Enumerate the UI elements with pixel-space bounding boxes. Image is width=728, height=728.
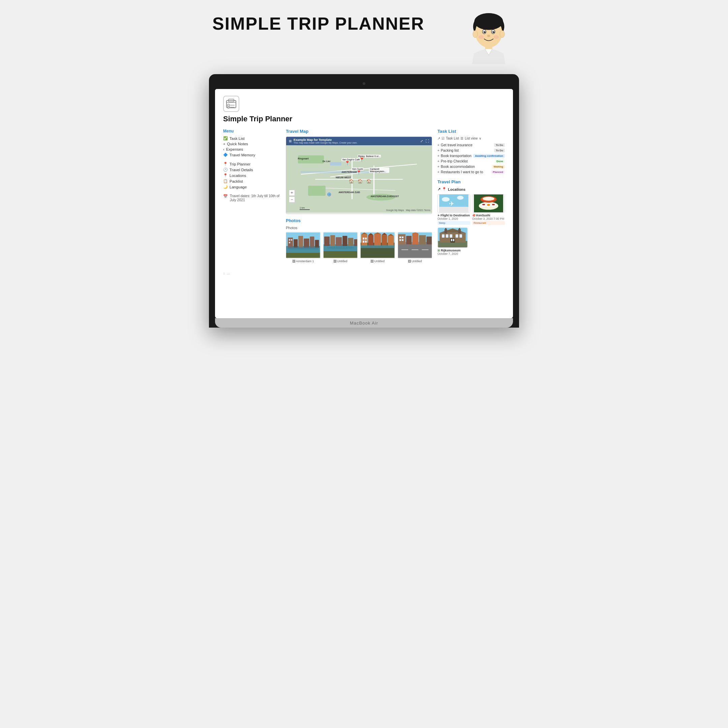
svg-rect-73	[422, 249, 428, 250]
svg-rect-27	[304, 239, 309, 248]
svg-rect-39	[330, 235, 335, 246]
sushi-name: KenSushi	[476, 214, 490, 217]
photo-icon-4: 🖼	[408, 260, 411, 263]
svg-point-13	[479, 35, 484, 39]
svg-rect-100	[450, 234, 452, 238]
flight-badge: Sleep	[437, 221, 470, 225]
share-icon[interactable]: ⤢	[420, 139, 423, 143]
travel-plan-section: Travel Plan ↗ 📍 Locations	[437, 179, 505, 255]
sidebar-item-task-list[interactable]: ✅ Task List	[223, 136, 280, 141]
sidebar-item-locations[interactable]: 📍 Locations	[223, 173, 280, 178]
avatar	[462, 10, 515, 64]
svg-rect-75	[402, 237, 404, 238]
list-icon: 📋	[223, 179, 228, 184]
pin-icon: 📍	[223, 162, 228, 166]
view-label: List view	[465, 136, 477, 140]
location-cards-row1: ✈ ✈ Flight to Destination October 1, 202…	[437, 194, 505, 225]
svg-rect-72	[411, 249, 418, 250]
sushi-date: October 3, 2020 7:00 PM	[472, 217, 505, 220]
location-card-rijksmuseum[interactable]: 🏛 Rijksmuseum October 7, 2020	[437, 228, 505, 255]
svg-point-18	[228, 104, 229, 106]
calendar-icon: 📅	[223, 194, 228, 199]
chevron-down-icon: ∨	[479, 136, 481, 140]
photo-icon-3: 🖼	[370, 260, 373, 263]
svg-rect-79	[439, 207, 468, 213]
task-label-6: Restaurants I want to go to	[441, 170, 483, 174]
map-header-icons: ⤢ ⛶	[420, 139, 429, 143]
task-item-6[interactable]: + Restaurants I want to go to Planned	[437, 169, 505, 174]
task-item-4[interactable]: + Pre-trip Checklist Done	[437, 158, 505, 164]
sidebar-label-language: Language	[229, 185, 247, 189]
svg-rect-58	[365, 238, 367, 240]
photos-sub: Photos	[286, 226, 432, 230]
sidebar-item-travel-details[interactable]: 🕐 Travel Details	[223, 167, 280, 173]
svg-point-7	[484, 31, 485, 32]
task-add-icon-2: +	[437, 148, 439, 152]
pin-label-cantarell: Cantarell Weesperplein...	[369, 168, 389, 173]
task-item-2[interactable]: + Packing list To Do	[437, 148, 505, 153]
task-list-title: Task List	[437, 129, 505, 134]
task-item-5[interactable]: + Book accommodation Waiting	[437, 164, 505, 169]
pin-label-vangogh: Van Gogh's Café	[341, 158, 361, 161]
plus-icon: +	[223, 142, 225, 146]
map-grid-icon: ⊞	[289, 139, 292, 143]
sidebar-item-language[interactable]: 🌙 Language	[223, 184, 280, 190]
svg-rect-33	[286, 253, 320, 258]
travel-map[interactable]: ⊞ Example Map for Template This map was …	[286, 136, 432, 214]
location-card-flight[interactable]: ✈ ✈ Flight to Destination October 1, 202…	[437, 194, 470, 225]
photos-title: Photos	[286, 218, 432, 223]
check-icon: ✅	[223, 136, 228, 141]
locations-pin-icon: 📍	[442, 187, 447, 191]
task-item-3[interactable]: + Book transportation Awaiting confirmat…	[437, 153, 505, 158]
location-thumb-kensushi	[472, 194, 505, 213]
bottom-hint: ↓ ...	[223, 271, 505, 275]
app-title: Simple Trip Planner	[223, 115, 505, 123]
expand-icon[interactable]: ⛶	[426, 139, 429, 143]
map-pin-home3: 🏠	[366, 179, 372, 184]
svg-point-11	[500, 30, 505, 37]
svg-rect-26	[298, 236, 303, 248]
photo-item-1: 🖼 Amsterdam 1	[286, 232, 321, 263]
map-pin-home1: 🏠	[349, 179, 354, 184]
task-badge-2: To Do	[494, 148, 505, 152]
svg-rect-102	[459, 234, 462, 238]
svg-rect-41	[343, 236, 347, 246]
svg-rect-64	[398, 234, 405, 245]
sidebar-menu-title: Menu	[223, 129, 280, 133]
chevron-icon: ‹	[223, 147, 225, 151]
sidebar-item-travel-memory[interactable]: 🔷 Travel Memory	[223, 152, 280, 158]
task-badge-1: To Do	[494, 143, 505, 147]
task-icon: ☑	[442, 136, 445, 140]
svg-rect-76	[399, 239, 401, 241]
location-icon: 📍	[223, 173, 228, 177]
map-pin-home2: 🏠	[358, 179, 362, 184]
sidebar-item-packlist[interactable]: 📋 Packlist	[223, 178, 280, 184]
travel-dates-text: Travel dates: 1th July till 10th of July…	[230, 194, 280, 202]
photo-item-2: 🖼 Untitled	[323, 232, 358, 263]
sidebar-item-trip-planner[interactable]: 📍 Trip Planner	[223, 161, 280, 167]
locations-label: Locations	[448, 187, 465, 191]
task-add-icon-4: +	[437, 159, 439, 163]
location-card-kensushi[interactable]: 🍣 KenSushi October 3, 2020 7:00 PM Resta…	[472, 194, 505, 225]
svg-rect-99	[446, 234, 449, 238]
map-header-left: ⊞ Example Map for Template This map was …	[289, 138, 357, 144]
sidebar-item-quick-notes[interactable]: + Quick Notes	[223, 141, 280, 147]
sidebar-label-travel-details: Travel Details	[229, 168, 253, 172]
sidebar-item-expenses[interactable]: ‹ Expenses	[223, 147, 280, 152]
photo-icon-1: 🖼	[292, 260, 295, 263]
svg-rect-49	[368, 235, 373, 246]
svg-rect-51	[374, 234, 381, 246]
zoom-in-button[interactable]: +	[289, 190, 295, 196]
task-item-1[interactable]: + Get travel insurance To Do	[437, 142, 505, 148]
sidebar-label-quick-notes: Quick Notes	[227, 142, 248, 146]
task-label-4: Pre-trip Checklist	[441, 159, 468, 163]
svg-rect-55	[388, 236, 394, 246]
locations-arrow-icon: ↗	[437, 187, 440, 191]
flight-icon: ✈	[437, 214, 440, 217]
zoom-out-button[interactable]: −	[289, 196, 295, 203]
task-list-items: + Get travel insurance To Do + Packing l…	[437, 142, 505, 174]
svg-rect-25	[294, 239, 298, 248]
svg-rect-47	[361, 234, 367, 246]
svg-rect-101	[456, 234, 458, 238]
travel-map-title: Travel Map	[286, 129, 432, 134]
